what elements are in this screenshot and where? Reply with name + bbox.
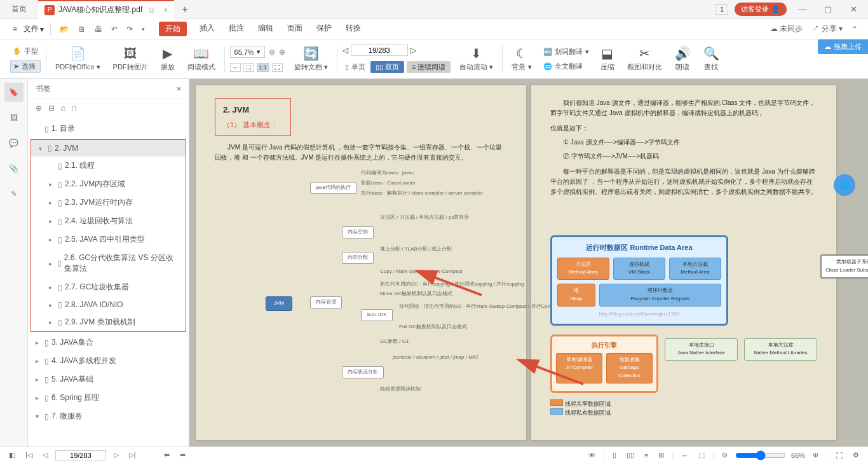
zoom-level[interactable]: 65.7% ▾ [230, 46, 265, 58]
sync-status[interactable]: ☁ 未同步 [770, 24, 803, 34]
minimize-icon[interactable]: — [793, 4, 812, 14]
read-aloud[interactable]: 🔊朗读 [671, 46, 695, 72]
next-page-bottom-icon[interactable]: ▷ [111, 450, 121, 460]
rotate-doc[interactable]: 🔄旋转文档 ▾ [290, 46, 332, 72]
save-icon[interactable]: 🗎 [76, 24, 88, 35]
bm-item-classload[interactable]: ▸▯ 2.9. JVM 类加载机制 [31, 313, 186, 331]
find[interactable]: 🔍查找 [700, 46, 723, 72]
file-tab[interactable]: P JAVA核心知识点整理.pdf ⧉ × [38, 0, 174, 19]
fit-width-bottom-icon[interactable]: ↔ [679, 450, 691, 460]
crop[interactable]: ✂截图和对比 [623, 46, 666, 72]
translate-float-icon[interactable]: 🌐 [834, 174, 855, 196]
pdf-content[interactable]: 🌐 2. JVM （1） 基本概念： JVM 是可运行 Java 代码的假想计算… [189, 79, 868, 446]
bm-item-thread[interactable]: ▯ 2.1. 线程 [31, 156, 186, 175]
hamburger-icon[interactable]: ≡ [10, 24, 20, 35]
dropdown-icon[interactable]: ▾ [139, 25, 147, 34]
open-icon[interactable]: 📂 [57, 24, 72, 35]
fit-page-bottom-icon[interactable]: ⬚ [696, 450, 707, 460]
file-menu[interactable]: 文件 ▾ [24, 24, 44, 34]
view-grid-icon[interactable]: ⊞ [656, 450, 667, 460]
maximize-icon[interactable]: ▢ [818, 4, 837, 14]
zoom-in-bottom-icon[interactable]: ⊕ [810, 450, 821, 460]
bm-item-gc-gen[interactable]: ▸▯ 2.6. GC分代收集算法 VS 分区收集算法 [31, 249, 186, 278]
next-page-icon[interactable]: ▷ [410, 46, 416, 55]
view-single-icon[interactable]: ▯ [610, 450, 619, 460]
hand-tool[interactable]: ✋ 手型 [10, 45, 41, 57]
bm-item-basic[interactable]: ▸▯ 5. JAVA基础 [28, 370, 189, 389]
bm-item-micro[interactable]: ▾▯ 7. 微服务 [28, 407, 189, 425]
actual-size-icon[interactable]: 1:1 [257, 63, 270, 72]
play-button[interactable]: ▶播放 [157, 46, 179, 72]
tab-start[interactable]: 开始 [159, 22, 187, 36]
double-page[interactable]: ▯▯ 双页 [370, 61, 404, 73]
collapse-icon[interactable]: ⌃ [851, 25, 858, 34]
bm-tool-icon[interactable]: ⎌ [61, 104, 65, 113]
comment-icon[interactable]: 💬 [4, 134, 24, 153]
zoom-in-icon[interactable]: ⊕ [279, 48, 285, 57]
bm-tool2-icon[interactable]: ⎍ [72, 104, 76, 113]
home-tab[interactable]: 首页 [0, 0, 38, 19]
view-double-icon[interactable]: ▯▯ [624, 450, 637, 460]
close-panel-icon[interactable]: × [177, 85, 181, 93]
zoom-slider[interactable] [735, 450, 786, 460]
page-input[interactable] [351, 45, 408, 56]
thumbnail-icon[interactable]: 🖼 [4, 108, 24, 127]
attachment-icon[interactable]: 📎 [4, 159, 24, 178]
add-bookmark-icon[interactable]: ⊕ [36, 104, 42, 113]
eye-icon[interactable]: 👁 [586, 450, 598, 460]
bm-item-ref[interactable]: ▸▯ 2.5. JAVA 四中引用类型 [31, 230, 186, 249]
nav-forward-icon[interactable]: ➡ [177, 450, 188, 460]
single-page[interactable]: ▯ 单页 [342, 61, 368, 73]
first-page-icon[interactable]: |◁ [23, 450, 35, 460]
prev-page-bottom-icon[interactable]: ◁ [40, 450, 50, 460]
share-button[interactable]: ↗ 分享 ▾ [811, 24, 843, 34]
prev-page-icon[interactable]: ◁ [342, 46, 348, 55]
bm-item-thread2[interactable]: ▸▯ 4. JAVA多线程并发 [28, 352, 189, 370]
continuous-read[interactable]: ≡ 连续阅读 [407, 61, 451, 73]
pdf-to-image[interactable]: 🖼PDF转图片 [109, 46, 152, 72]
compress[interactable]: ⬓压缩 [597, 46, 618, 72]
drag-upload-badge[interactable]: ☁ 拖拽上传 [818, 39, 868, 54]
fit-page-icon[interactable]: ⬚ [243, 63, 254, 72]
bm-item-collection[interactable]: ▸▯ 3. JAVA集合 [28, 333, 189, 352]
login-button[interactable]: 访客登录 👤 [735, 3, 787, 16]
bm-item-memory[interactable]: ▸▯ 2.2. JVM内存区域 [31, 175, 186, 193]
fit-width-icon[interactable]: ↔ [230, 63, 241, 72]
read-mode[interactable]: 📖阅读模式 [184, 46, 219, 72]
new-tab-button[interactable]: + [174, 4, 195, 15]
bm-item-collector[interactable]: ▸▯ 2.7. GC垃圾收集器 [31, 278, 186, 296]
tab-edit[interactable]: 编辑 [257, 22, 275, 36]
bm-item-spring[interactable]: ▸▯ 6. Spring 原理 [28, 389, 189, 407]
close-window-icon[interactable]: ✕ [844, 4, 863, 14]
last-page-icon[interactable]: ▷| [126, 450, 139, 460]
redo-icon[interactable]: ↷ [124, 24, 135, 35]
print-icon[interactable]: 🖶 [92, 24, 105, 35]
zoom-out-icon[interactable]: ⊖ [269, 48, 275, 57]
tab-page[interactable]: 页面 [286, 22, 304, 36]
nav-back-icon[interactable]: ⬅ [161, 450, 172, 460]
bm-item-jvm[interactable]: ▾▯ 2. JVM [31, 140, 186, 156]
select-tool[interactable]: ➤ 选择 [10, 60, 41, 73]
bookmark-icon[interactable]: 🔖 [4, 83, 24, 102]
tab-protect[interactable]: 保护 [315, 22, 333, 36]
bm-item-io[interactable]: ▸▯ 2.8. JAVA IO/NIO [31, 296, 186, 313]
autoscroll[interactable]: ⬇自动滚动 ▾ [456, 46, 497, 72]
close-icon[interactable]: × [163, 6, 168, 15]
tab-duplicate-icon[interactable]: ⧉ [149, 6, 154, 15]
translate-full[interactable]: 🌐 全文翻译 [541, 60, 592, 73]
bm-item-toc[interactable]: ▯ 1. 目录 [28, 120, 189, 138]
fullscreen-icon[interactable]: ⛶ [833, 450, 845, 460]
edit-bookmark-icon[interactable]: ⊟ [48, 104, 55, 113]
tab-insert[interactable]: 插入 [198, 22, 216, 36]
bm-item-runtime[interactable]: ▸▯ 2.3. JVM运行时内存 [31, 193, 186, 212]
sidebar-toggle-icon[interactable]: ◧ [6, 450, 18, 460]
pdf-to-office[interactable]: 📄PDF转Office ▾ [51, 46, 104, 72]
settings-bottom-icon[interactable]: ⚙ [850, 450, 862, 460]
background[interactable]: ☾背景 ▾ [508, 46, 535, 72]
signature-icon[interactable]: ✎ [4, 184, 24, 204]
tab-convert[interactable]: 转换 [344, 22, 362, 36]
zoom-out-bottom-icon[interactable]: ⊖ [719, 450, 730, 460]
fit-icon[interactable]: ⛶ [272, 63, 283, 72]
translate-select[interactable]: 🔤 划词翻译 ▾ [541, 46, 592, 58]
view-continuous-icon[interactable]: ≡ [642, 450, 651, 460]
